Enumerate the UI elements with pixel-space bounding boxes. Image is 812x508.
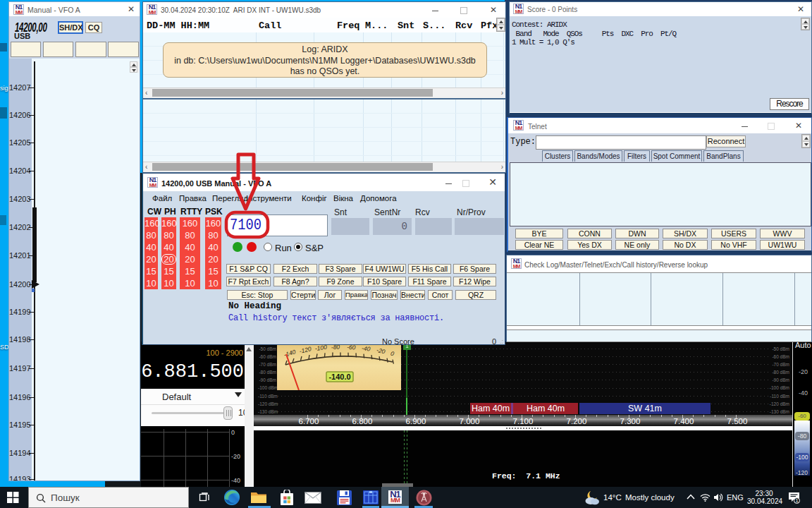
svg-text:-80: -80 xyxy=(331,345,340,351)
svg-text:-60: -60 xyxy=(347,345,356,351)
svg-text:-140.0: -140.0 xyxy=(328,373,350,381)
svg-text:-40: -40 xyxy=(362,345,371,353)
svg-text:1: 1 xyxy=(795,497,798,504)
